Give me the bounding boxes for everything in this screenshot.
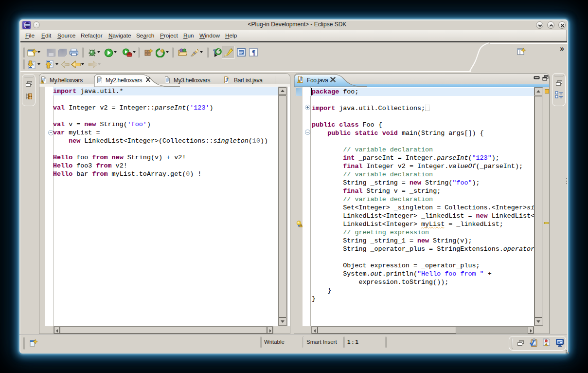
svg-text:¶: ¶ [252,49,256,56]
